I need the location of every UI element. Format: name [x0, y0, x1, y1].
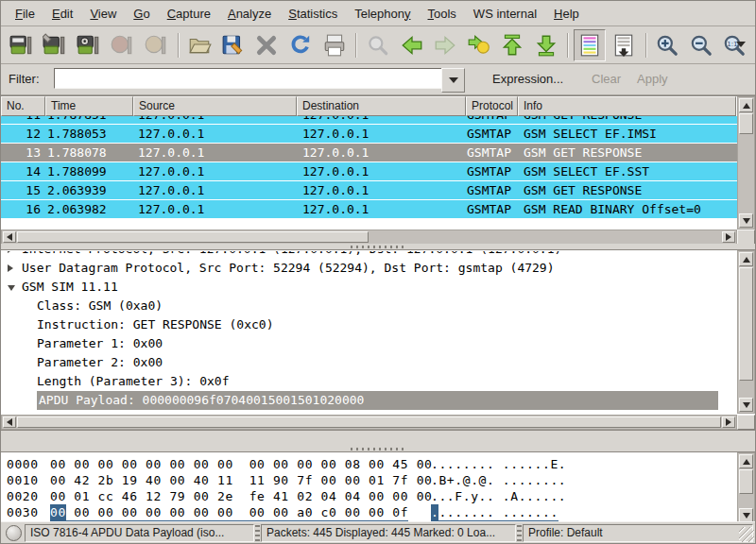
menu-edit[interactable]: Edit	[43, 3, 81, 25]
column-header-no[interactable]: No.	[1, 96, 45, 116]
zoom-100-button[interactable]: 1:1	[719, 29, 751, 61]
packet-list-hscrollbar[interactable]	[1, 230, 737, 245]
capture-restart-button[interactable]	[140, 29, 172, 61]
scroll-up-button[interactable]	[739, 98, 753, 112]
zoom-in-button[interactable]	[652, 29, 684, 61]
vscroll-thumb[interactable]	[739, 469, 753, 494]
detail-row-instruction[interactable]: Instruction: GET RESPONSE (0xc0)	[1, 315, 737, 334]
detail-row-class[interactable]: Class: GSM (0xa0)	[1, 297, 737, 315]
filter-dropdown-button[interactable]	[441, 68, 465, 93]
scroll-up-button[interactable]	[739, 454, 753, 468]
capture-options-button[interactable]	[40, 29, 72, 61]
detail-row-length[interactable]: Length (Parameter 3): 0x0f	[1, 372, 737, 391]
go-to-bottom-button[interactable]	[530, 29, 562, 61]
profile-status[interactable]: Profile: Default	[523, 524, 753, 542]
hex-row-0000[interactable]: 0000 00 00 00 00 00 00 00 00 00 00 00 00…	[1, 456, 737, 472]
hex-row-0020[interactable]: 0020 00 01 cc 46 12 79 00 2e fe 41 02 04…	[1, 488, 737, 504]
menu-telephony[interactable]: Telephony	[346, 3, 419, 25]
scroll-up-button[interactable]	[739, 252, 753, 266]
go-forward-button[interactable]	[429, 29, 461, 61]
go-to-packet-button[interactable]	[463, 29, 495, 61]
go-to-packet-icon	[467, 33, 491, 58]
column-header-time[interactable]: Time	[45, 96, 133, 116]
vscroll-thumb[interactable]	[739, 267, 753, 381]
hex-vscrollbar[interactable]	[737, 452, 755, 524]
detail-row-ip-clipped[interactable]: Internet Protocol, Src: 127.0.0.1 (127.0…	[1, 251, 737, 259]
detail-row-gsm-sim[interactable]: GSM SIM 11.11	[1, 278, 737, 297]
detail-row-parameter1[interactable]: Parameter 1: 0x00	[1, 334, 737, 353]
clear-button[interactable]: Clear	[592, 72, 621, 86]
statusbar-grip[interactable]	[517, 525, 522, 541]
scroll-down-button[interactable]	[739, 398, 753, 412]
auto-scroll-button[interactable]	[608, 29, 640, 61]
expert-info-indicator[interactable]	[6, 525, 22, 541]
menu-help[interactable]: Help	[545, 3, 588, 25]
twisty-collapsed-icon[interactable]	[8, 264, 13, 272]
list-interfaces-button[interactable]	[6, 29, 38, 61]
scroll-right-button[interactable]	[722, 416, 735, 428]
capture-options-icon	[43, 33, 67, 58]
go-to-top-button[interactable]	[496, 29, 528, 61]
zoom-out-icon	[689, 33, 713, 58]
details-hscrollbar[interactable]	[1, 415, 737, 430]
packet-list-vscrollbar[interactable]	[737, 96, 755, 230]
detail-row-udp[interactable]: User Datagram Protocol, Src Port: 52294 …	[1, 259, 737, 278]
packet-row-16[interactable]: 16 2.063982 127.0.0.1 127.0.0.1 GSMTAP G…	[1, 199, 737, 218]
twisty-collapsed-icon[interactable]	[8, 251, 13, 253]
go-to-bottom-icon	[534, 33, 558, 58]
open-file-button[interactable]	[184, 29, 216, 61]
toolbar-separator	[645, 33, 646, 58]
packet-row-14[interactable]: 14 1.788099 127.0.0.1 127.0.0.1 GSMTAP G…	[1, 162, 737, 180]
menu-file[interactable]: File	[7, 3, 43, 25]
hscroll-thumb[interactable]	[17, 231, 369, 243]
packet-row-15[interactable]: 15 2.063939 127.0.0.1 127.0.0.1 GSMTAP G…	[1, 180, 737, 199]
go-back-button[interactable]	[396, 29, 428, 61]
reload-file-button[interactable]	[284, 29, 317, 61]
column-header-destination[interactable]: Destination	[297, 96, 466, 116]
window-resize-grip[interactable]	[739, 527, 754, 542]
menu-go[interactable]: Go	[125, 3, 158, 25]
twisty-expanded-icon[interactable]	[8, 285, 15, 291]
find-packet-button[interactable]	[362, 29, 394, 61]
details-vscrollbar[interactable]	[737, 250, 755, 414]
close-file-button[interactable]	[251, 29, 284, 61]
column-header-info[interactable]: Info	[518, 96, 736, 116]
menu-tools[interactable]: Tools	[420, 3, 465, 25]
menu-statistics[interactable]: Statistics	[280, 3, 346, 25]
statusbar-grip[interactable]	[255, 525, 260, 541]
zoom-out-button[interactable]	[685, 29, 717, 61]
packet-row-12[interactable]: 12 1.788053 127.0.0.1 127.0.0.1 GSMTAP G…	[1, 124, 737, 143]
menu-ws-internal[interactable]: WS internal	[465, 3, 545, 25]
scroll-right-button[interactable]	[722, 231, 735, 243]
detail-row-status-word[interactable]: Status Word: Normal ending of command wi…	[1, 410, 737, 414]
expression-button[interactable]: Expression...	[492, 72, 563, 86]
filter-input[interactable]	[54, 68, 443, 89]
menu-analyze[interactable]: Analyze	[219, 3, 280, 25]
packet-row-11-clipped[interactable]: 11 1.787851 127.0.0.1 127.0.0.1 GSMTAP G…	[1, 116, 737, 124]
scroll-down-button[interactable]	[739, 508, 753, 522]
scroll-down-button[interactable]	[739, 213, 753, 228]
filter-bar: Filter: Expression... Clear Apply	[1, 64, 755, 95]
scroll-left-button[interactable]	[3, 231, 16, 243]
save-file-button[interactable]	[217, 29, 249, 61]
packet-row-13-selected[interactable]: 13 1.788078 127.0.0.1 127.0.0.1 GSMTAP G…	[1, 143, 737, 162]
colorize-button[interactable]	[574, 29, 606, 61]
column-header-protocol[interactable]: Protocol	[466, 96, 518, 116]
detail-row-apdu-payload-selected[interactable]: APDU Payload: 000000096f0704001500150102…	[1, 391, 737, 410]
detail-row-parameter2[interactable]: Parameter 2: 0x00	[1, 353, 737, 372]
column-header-source[interactable]: Source	[133, 96, 297, 116]
hex-row-0030[interactable]: 0030 00 00 00 00 00 00 00 00 00 00 a0 c0…	[1, 504, 737, 520]
vscroll-thumb[interactable]	[739, 113, 753, 134]
menu-capture[interactable]: Capture	[159, 3, 219, 25]
hscroll-thumb[interactable]	[17, 416, 721, 428]
capture-stop-button[interactable]	[107, 29, 139, 61]
toolbar-overflow-chevron-icon[interactable]	[736, 42, 746, 47]
hex-row-0010[interactable]: 0010 00 42 2b 19 40 00 40 11 11 90 7f 00…	[1, 472, 737, 488]
print-button[interactable]	[318, 29, 351, 61]
menu-view[interactable]: View	[81, 3, 125, 25]
scroll-left-button[interactable]	[3, 416, 16, 428]
apply-button[interactable]: Apply	[637, 72, 668, 86]
close-file-icon	[254, 33, 279, 58]
capture-start-button[interactable]	[73, 29, 105, 61]
main-toolbar: 1:1	[1, 26, 755, 64]
